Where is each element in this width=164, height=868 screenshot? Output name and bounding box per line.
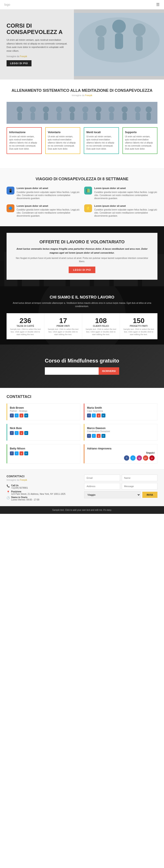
contact-name-marco: Marco Dawson [87, 427, 155, 430]
section2-img-link[interactable]: Freepik [85, 94, 92, 97]
hero-read-more-button[interactable]: LEGGI DI PIÙ [7, 60, 32, 66]
footer-email-input[interactable] [84, 475, 120, 481]
betty-linkedin-icon[interactable]: in [24, 452, 28, 455]
journey-grid: 📱 Lorem ipsum dolor sit amet Curabitur g… [7, 187, 157, 217]
footer-contacts-section: CONTATTACI Immagine da Freepik 📞 Call Us… [0, 469, 164, 506]
bob-facebook-icon[interactable]: f [10, 413, 14, 417]
maria-googleplus-icon[interactable]: g [97, 413, 100, 417]
svg-rect-16 [57, 113, 61, 120]
footer-form-col: Viaggio INVIA [84, 475, 157, 501]
contact-bob: Bob Brown Partner - Stratega f t g in [7, 403, 80, 420]
svg-point-15 [56, 106, 62, 113]
footer-img-link[interactable]: Freepik [20, 479, 27, 481]
footer-hours-value: Lunes-Viernes: 09:00 - 17:00 [11, 498, 39, 501]
svg-point-21 [95, 106, 101, 113]
section6-title: Corso di Mindfulness gratuito [7, 358, 157, 364]
stats-row: 236 TAZZE DI CAFFÈ Sample text. Click to… [7, 313, 157, 339]
marco-linkedin-icon[interactable]: in [101, 434, 106, 438]
footer-location-row: 📍 Posizione 123 Park Street, 21 Address,… [7, 490, 80, 495]
section5-title: CHI SIAMO E IL NOSTRO LAVORO [7, 295, 157, 300]
copyright-text: Sample text. Click to add your own text … [52, 509, 112, 511]
mindfulness-email-input[interactable] [45, 367, 98, 375]
social-twitter-icon[interactable]: t [130, 455, 135, 461]
hero-img-link[interactable]: Freepik [20, 55, 27, 58]
stat-label-clients: CLIENTI FELICI [84, 325, 118, 327]
footer-form-grid [84, 475, 157, 490]
contacts-grid: Bob Brown Partner - Stratega f t g in Ma… [7, 403, 157, 463]
marco-googleplus-icon[interactable]: g [97, 434, 100, 438]
social-instagram-icon[interactable]: ig [137, 455, 142, 461]
svg-rect-14 [44, 113, 48, 120]
svg-point-6 [133, 24, 146, 36]
menu-icon[interactable]: ☰ [156, 2, 160, 7]
contact-name-nick: Nick Buie [10, 427, 77, 430]
social-googleplus-icon[interactable]: g+ [143, 455, 148, 461]
svg-rect-28 [135, 113, 140, 120]
footer-call-number: +1(234) 5678901 [11, 487, 28, 489]
footer-message-input[interactable] [122, 483, 158, 490]
marco-twitter-icon[interactable]: t [92, 434, 96, 438]
footer-name-input[interactable] [122, 475, 158, 481]
betty-googleplus-icon[interactable]: g [19, 452, 24, 455]
footer-location-label: Posizione [11, 490, 66, 493]
svg-rect-20 [83, 113, 87, 120]
nick-twitter-icon[interactable]: t [15, 431, 18, 435]
maria-facebook-icon[interactable]: f [87, 413, 91, 417]
svg-rect-22 [96, 113, 100, 120]
navbar: logo ☰ [0, 0, 164, 9]
nick-googleplus-icon[interactable]: g [19, 431, 24, 435]
maria-twitter-icon[interactable]: t [92, 413, 96, 417]
svg-point-13 [43, 106, 49, 113]
social-pinterest-icon[interactable]: p [149, 455, 155, 461]
marco-facebook-icon[interactable]: f [87, 434, 91, 438]
journey-icon-1: 📱 [7, 187, 14, 194]
hero-text: Ut enim ad minim veniam, quis nostrud ex… [7, 38, 68, 53]
bottom-footer: Sample text. Click to add your own text … [0, 506, 164, 514]
section4-inner: OFFERTE DI LAVORO E VOLONTARIATO Amet lu… [7, 233, 157, 280]
footer-call-row: 📞 Call Us +1(234) 5678901 [7, 484, 80, 489]
section4-text: Nec feugiat mi pretium fusce id justo la… [13, 256, 151, 263]
stat-label-coffee: TAZZE DI CAFFÈ [9, 325, 42, 327]
section3-title: VIAGGIO DI CONSAPEVOLEZZA DI 8 SETTIMANE [7, 177, 157, 181]
section4-subtitle: Amet luctus venenatis lectus magna fring… [13, 247, 151, 255]
maria-linkedin-icon[interactable]: in [101, 413, 106, 417]
footer-contacts-title: CONTATTACI [7, 475, 80, 478]
contact-maria: Maria Smith Capo Segreteria f t g in [84, 403, 157, 420]
svg-rect-3 [97, 37, 104, 50]
section5-content: CHI SIAMO E IL NOSTRO LAVORO Amet luctus… [0, 286, 164, 344]
betty-twitter-icon[interactable]: t [15, 452, 18, 455]
section-mindfulness: Corso di Mindfulness gratuito ISCRIVERSI [0, 344, 164, 388]
nick-facebook-icon[interactable]: f [10, 431, 14, 435]
social-facebook-icon[interactable]: f [124, 455, 129, 461]
stat-desc-awards: Sample text. Click to select the text bo… [47, 328, 80, 336]
stat-desc-projects: Sample text. Click to select the text bo… [122, 328, 155, 336]
feature-card-menti: Menti locali Ut enim ad minim veniam, qu… [84, 127, 119, 154]
feature-cards: Informazione Ut enim ad minim veniam, qu… [7, 127, 157, 154]
contact-role-marco: Coordinatore Donazioni [87, 430, 155, 433]
card-text-yellow: Ut enim ad minim veniam, quis nostrud ex… [48, 135, 78, 151]
contact-icons-maria: f t g in [87, 413, 155, 417]
mindfulness-form: ISCRIVERSI [45, 367, 119, 375]
contact-icons-betty: f t g in [10, 452, 77, 455]
betty-facebook-icon[interactable]: f [10, 452, 14, 455]
svg-point-4 [112, 20, 126, 33]
footer-submit-button[interactable]: INVIA [142, 492, 157, 498]
svg-point-2 [95, 25, 107, 37]
section2-title: ALLENAMENTO SISTEMATICO ALLA MEDITAZIONE… [7, 88, 157, 93]
stat-label-projects: PROGETTI FINITI [122, 325, 155, 327]
bob-twitter-icon[interactable]: t [15, 413, 18, 417]
svg-rect-10 [17, 113, 22, 120]
bob-linkedin-icon[interactable]: in [24, 413, 28, 417]
footer-dropdown[interactable]: Viaggio [84, 491, 140, 498]
svg-point-9 [16, 106, 23, 113]
mindfulness-subscribe-button[interactable]: ISCRIVERSI [98, 367, 119, 375]
footer-address-input[interactable] [84, 483, 120, 490]
card-title-green: Supporto [125, 131, 155, 134]
section-contacts: CONTATTACI Bob Brown Partner - Stratega … [0, 388, 164, 469]
section4-btn[interactable]: LEGGI DI PIÙ [69, 267, 95, 273]
section-jobs: OFFERTE DI LAVORO E VOLONTARIATO Amet lu… [0, 226, 164, 286]
svg-point-17 [69, 106, 75, 113]
bob-googleplus-icon[interactable]: g [19, 413, 24, 417]
feature-card-volontario: Volontario Ut enim ad minim veniam, quis… [45, 127, 80, 154]
nick-linkedin-icon[interactable]: in [24, 431, 28, 435]
